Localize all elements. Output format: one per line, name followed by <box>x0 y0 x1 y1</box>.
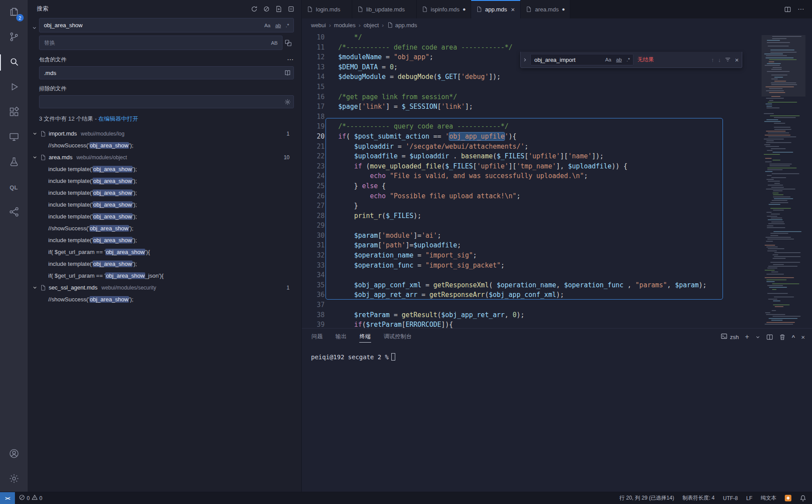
find-regex-icon[interactable]: .* <box>625 56 632 63</box>
find-match-case-icon[interactable]: Aa <box>603 56 613 63</box>
match-case-icon[interactable]: Aa <box>262 22 272 29</box>
breadcrumb-item[interactable]: modules <box>334 22 355 29</box>
code-line[interactable]: 33 $operation_func = "import_sig_packet"… <box>302 261 762 271</box>
indentation-status[interactable]: 制表符长度: 4 <box>683 494 715 502</box>
activity-remote-explorer[interactable] <box>0 125 28 150</box>
replace-input[interactable]: 替换 AB <box>39 36 283 50</box>
code-line[interactable]: 25 } else { <box>302 181 762 191</box>
code-line[interactable]: 31 $param['path']=$uploadfile; <box>302 240 762 250</box>
find-next-icon[interactable]: ↓ <box>718 57 721 63</box>
code-line[interactable]: 30 $param['module']='ai'; <box>302 231 762 241</box>
split-editor-icon[interactable] <box>784 6 791 13</box>
code-line[interactable]: 34 <box>302 270 762 280</box>
search-result-line[interactable]: if( $get_url_param == 'obj_area_show'){ <box>28 246 301 258</box>
code-line[interactable]: 35 $obj_app_conf_xml = getResponseXml( $… <box>302 280 762 290</box>
search-result-line[interactable]: include template('obj_area_show'); <box>28 163 301 175</box>
code-line[interactable]: 26 echo "Possible file upload attack!\n"… <box>302 191 762 201</box>
close-panel-icon[interactable]: × <box>801 333 805 341</box>
open-search-editor-icon[interactable] <box>275 6 282 12</box>
find-previous-icon[interactable]: ↑ <box>711 57 714 63</box>
code-line[interactable]: 27 } <box>302 201 762 211</box>
clear-search-results-icon[interactable] <box>263 6 270 12</box>
problems-status[interactable]: 0 0 <box>19 494 42 502</box>
search-file-row[interactable]: area.mdswebui/modules/object10 <box>28 151 301 163</box>
split-terminal-icon[interactable] <box>766 334 773 340</box>
search-open-editors-icon[interactable] <box>284 70 291 76</box>
breadcrumb-file[interactable]: app.mds <box>387 22 417 29</box>
code-line[interactable]: 21 $uploaddir = '/secgate/webui/attachem… <box>302 142 762 152</box>
find-input[interactable]: obj_area_import Aa ab .* <box>530 54 633 65</box>
editor-tab-ispinfo-mds[interactable]: ispinfo.mds● <box>417 0 471 18</box>
extension-status-icon[interactable] <box>785 495 791 501</box>
preserve-case-icon[interactable]: AB <box>269 39 279 46</box>
code-line[interactable]: 17$page['link'] = $_SESSION['link']; <box>302 102 762 112</box>
code-line[interactable]: 32 $operation_name = "import_sig"; <box>302 250 762 261</box>
activity-testing[interactable] <box>0 150 28 175</box>
find-close-icon[interactable]: × <box>735 56 739 64</box>
code-line[interactable]: 24 echo "File is valid, and was successf… <box>302 171 762 181</box>
collapse-all-icon[interactable] <box>288 6 294 12</box>
regex-icon[interactable]: .* <box>284 22 291 29</box>
code-line[interactable]: 10 */ <box>302 32 762 43</box>
new-terminal-icon[interactable]: + <box>745 333 749 341</box>
terminal-profile[interactable]: zsh <box>721 333 739 341</box>
eol-status[interactable]: LF <box>746 495 752 501</box>
files-to-include-input[interactable]: .mds <box>39 66 294 79</box>
search-file-row[interactable]: sec_ssl_agent.mdswebui/modules/security1 <box>28 282 301 293</box>
search-result-line[interactable]: //showSuccess('obj_area_show'); <box>28 293 301 305</box>
code-line[interactable]: 28 print_r($_FILES); <box>302 211 762 221</box>
activity-account[interactable] <box>0 442 28 467</box>
code-line[interactable]: 11/*----------- define code area -------… <box>302 43 762 53</box>
code-line[interactable]: 39 if($retParam[ERRORCODE]){ <box>302 320 762 328</box>
code-line[interactable]: 36 $obj_app_ret_arr = getResponseArr($ob… <box>302 290 762 300</box>
minimap[interactable] <box>762 32 805 328</box>
terminal-content[interactable]: peiqi@192 secgate 2 % <box>302 345 812 361</box>
editor-tab-lib_update-mds[interactable]: lib_update.mds <box>352 0 417 18</box>
files-to-exclude-input[interactable] <box>39 95 294 108</box>
breadcrumb-item[interactable]: object <box>364 22 379 29</box>
code-line[interactable]: 38 $retParam = getResult($obj_app_ret_ar… <box>302 310 762 320</box>
code-line[interactable]: 23 if (move_uploaded_file($_FILES['upfil… <box>302 161 762 172</box>
replace-all-icon[interactable] <box>283 39 294 46</box>
toggle-replace-button[interactable] <box>32 18 39 50</box>
activity-search[interactable] <box>0 50 28 75</box>
search-result-line[interactable]: //showSuccess('obj_area_show'); <box>28 222 301 234</box>
activity-codeql[interactable]: QL <box>0 175 28 200</box>
editor-tab-area-mds[interactable]: area.mds● <box>521 0 570 18</box>
editor-tab-app-mds[interactable]: app.mds× <box>471 0 521 18</box>
panel-tab-问题[interactable]: 问题 <box>311 331 323 343</box>
kill-terminal-trash-icon[interactable] <box>779 334 786 340</box>
code-editor[interactable]: 10 */11/*----------- define code area --… <box>302 32 812 328</box>
maximize-panel-icon[interactable]: ^ <box>792 334 795 340</box>
toggle-find-replace-icon[interactable] <box>522 57 527 62</box>
editor-tab-login-mds[interactable]: login.mds <box>302 0 352 18</box>
find-whole-word-icon[interactable]: ab <box>615 56 624 63</box>
code-line[interactable]: 22 $uploadfile = $uploaddir . basename($… <box>302 151 762 161</box>
refresh-icon[interactable] <box>251 6 258 12</box>
exclude-settings-gear-icon[interactable] <box>284 99 291 105</box>
search-result-line[interactable]: //showSuccess('obj_area_show'); <box>28 139 301 151</box>
more-actions-icon[interactable]: ⋯ <box>798 5 805 13</box>
activity-settings[interactable] <box>0 467 28 492</box>
activity-source-control[interactable] <box>0 25 28 50</box>
find-in-selection-icon[interactable] <box>725 57 731 63</box>
open-in-editor-link[interactable]: 在编辑器中打开 <box>98 115 138 122</box>
code-line[interactable]: 20if( $post_submit_action == 'obj_app_up… <box>302 132 762 142</box>
code-line[interactable]: 15 <box>302 82 762 92</box>
whole-word-icon[interactable]: ab <box>274 22 283 29</box>
panel-tab-终端[interactable]: 终端 <box>359 331 372 343</box>
search-result-line[interactable]: include template('obj_area_show'); <box>28 211 301 222</box>
search-file-row[interactable]: import.mdswebui/modules/log1 <box>28 128 301 139</box>
cursor-position-status[interactable]: 行 20, 列 29 (已选择14) <box>619 494 674 502</box>
code-line[interactable]: 18 <box>302 112 762 122</box>
code-line[interactable]: 37 <box>302 300 762 310</box>
panel-tab-输出[interactable]: 输出 <box>335 331 347 343</box>
code-line[interactable]: 29 <box>302 221 762 231</box>
notifications-bell-icon[interactable] <box>800 495 806 501</box>
encoding-status[interactable]: UTF-8 <box>723 495 738 501</box>
toggle-search-details-icon[interactable]: ⋯ <box>287 56 294 64</box>
code-line[interactable]: 19/*----------- query code area --------… <box>302 122 762 132</box>
search-input[interactable]: obj_area_show Aa ab .* <box>39 18 294 32</box>
search-result-line[interactable]: if( $get_url_param == 'obj_area_show_jso… <box>28 270 301 282</box>
language-mode-status[interactable]: 纯文本 <box>761 494 776 502</box>
